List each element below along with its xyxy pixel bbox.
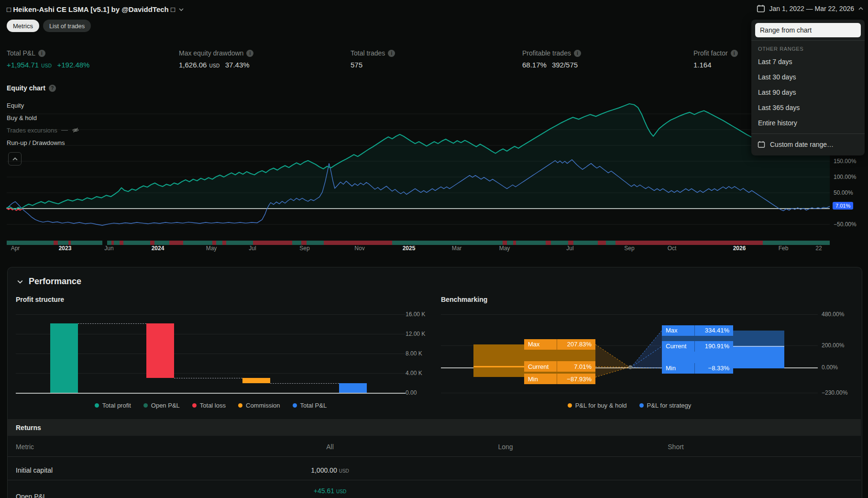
- loss-segment: [222, 241, 226, 245]
- win-segment: [107, 241, 111, 245]
- equity-x-axis: Apr2023Jun2024MayJulSepNov2025MarMayJulS…: [0, 245, 868, 254]
- legend-item-trades-excursions[interactable]: Trades excursions: [7, 124, 79, 136]
- eye-off-icon[interactable]: [72, 126, 79, 134]
- value-number: 1,000.00: [311, 466, 337, 474]
- loss-segment: [54, 241, 57, 245]
- x-tick-label: Feb: [779, 245, 789, 252]
- menu-item-range-from-chart[interactable]: Range from chart: [755, 23, 861, 37]
- win-segment: [392, 241, 502, 245]
- menu-item-last-7-days[interactable]: Last 7 days: [751, 54, 865, 69]
- stat-currency: USD: [41, 63, 52, 68]
- x-tick-label: Sep: [299, 245, 309, 252]
- bar-total-profit: [50, 323, 78, 393]
- info-icon[interactable]: i: [388, 50, 395, 57]
- stat-value: +1,954.71USD+192.48%: [7, 61, 89, 69]
- badge-value: 7.01%: [557, 361, 595, 372]
- legend-dot: [639, 403, 644, 408]
- collapse-chart-button[interactable]: [8, 152, 22, 166]
- x-tick-label: Jun: [104, 245, 113, 252]
- menu-items: Last 7 daysLast 30 daysLast 90 daysLast …: [751, 54, 865, 131]
- x-tick-label: Sep: [624, 245, 634, 252]
- gridline: [16, 393, 406, 394]
- date-range-menu: Range from chart OTHER RANGES Last 7 day…: [751, 20, 865, 155]
- menu-item-custom-date-range[interactable]: Custom date range…: [751, 135, 865, 154]
- column-header-all: All: [326, 443, 334, 451]
- stat-label: Profit factori: [693, 49, 738, 57]
- calendar-icon: [757, 4, 765, 13]
- info-icon[interactable]: i: [731, 50, 738, 57]
- help-icon[interactable]: ?: [49, 85, 56, 92]
- current-value-badge: 7.01%: [833, 202, 853, 210]
- legend-item-run-up-drawdowns[interactable]: Run-up / Drawdowns: [7, 136, 79, 149]
- date-range-button[interactable]: Jan 1, 2022 — Mar 22, 2026: [757, 4, 863, 13]
- legend-dot: [293, 403, 297, 408]
- badge-label: Max: [524, 339, 557, 350]
- profit-structure-chart: [16, 311, 406, 393]
- benchmarking-legend: P&L for buy & holdP&L for strategy: [441, 402, 818, 409]
- menu-group-label: OTHER RANGES: [751, 41, 865, 54]
- badge-value: 334.41%: [694, 325, 733, 336]
- badge-value: 207.83%: [557, 339, 595, 350]
- performance-header[interactable]: Performance: [17, 277, 81, 287]
- y-tick-label: 150.00%: [834, 158, 856, 165]
- benchmark-badge-strategy-current: Current190.91%: [662, 341, 733, 352]
- legend-item-p-l-for-strategy: P&L for strategy: [639, 402, 692, 409]
- y-tick-label: 12.00 K: [406, 331, 425, 337]
- menu-item-last-365-days[interactable]: Last 365 days: [751, 100, 865, 115]
- legend-label: Trades excursions: [7, 127, 57, 134]
- y-tick-label: 4.00 K: [406, 370, 422, 376]
- legend-item-open-p-l: Open P&L: [143, 402, 180, 409]
- stat-label-text: Profit factor: [693, 49, 728, 57]
- menu-item-last-30-days[interactable]: Last 30 days: [751, 69, 865, 85]
- legend-label: Commission: [246, 402, 280, 409]
- loss-segment: [150, 241, 154, 245]
- trade-result-strip: [7, 241, 830, 245]
- equity-chart-legend: EquityBuy & holdTrades excursionsRun-up …: [7, 99, 79, 149]
- legend-item-buy-hold[interactable]: Buy & hold: [7, 111, 79, 124]
- tab-list-of-trades[interactable]: List of trades: [43, 20, 91, 32]
- x-tick-label: Apr: [11, 245, 20, 252]
- badge-label: Min: [662, 363, 694, 374]
- y-tick-label: 0.00%: [822, 364, 838, 371]
- stat-total-p-l: Total P&Li+1,954.71USD+192.48%: [7, 49, 89, 69]
- y-tick-label: 200.00%: [822, 342, 844, 349]
- info-icon[interactable]: i: [246, 50, 253, 57]
- badge-value: −87.93%: [557, 374, 595, 384]
- stat-extra: +192.48%: [57, 61, 89, 69]
- win-segment: [507, 241, 513, 245]
- column-header-metric: Metric: [16, 443, 34, 451]
- stat-label: Max equity drawdowni: [179, 49, 253, 57]
- win-segment: [123, 241, 150, 245]
- info-icon[interactable]: i: [574, 50, 581, 57]
- stat-value-number: 1.164: [693, 61, 712, 69]
- menu-item-entire-history[interactable]: Entire history: [751, 115, 865, 131]
- info-icon[interactable]: i: [38, 50, 45, 57]
- value-currency: USD: [339, 468, 349, 474]
- tab-metrics[interactable]: Metrics: [7, 20, 39, 32]
- win-segment: [216, 241, 222, 245]
- menu-item-last-90-days[interactable]: Last 90 days: [751, 85, 865, 100]
- legend-item-total-loss: Total loss: [192, 402, 226, 409]
- menu-divider: [751, 133, 865, 134]
- y-tick-label: 480.00%: [822, 311, 844, 318]
- stat-value: 1.164: [693, 61, 738, 69]
- legend-item-equity[interactable]: Equity: [7, 99, 79, 111]
- stat-value: 1,626.06USD37.43%: [179, 61, 253, 69]
- row-value-all: 1,000.00USD: [311, 466, 349, 474]
- row-metric-open-p-l: Open P&L: [16, 493, 47, 498]
- loss-segment: [120, 241, 123, 245]
- stat-value: 575: [351, 61, 395, 69]
- stat-value-number: +1,954.71: [7, 61, 39, 69]
- legend-item-total-profit: Total profit: [95, 402, 131, 409]
- stat-label-text: Total P&L: [7, 49, 35, 57]
- badge-label: Current: [524, 361, 557, 372]
- summary-stats: Total P&Li+1,954.71USD+192.48%Max equity…: [7, 49, 863, 78]
- equity-chart-plot[interactable]: [0, 98, 830, 242]
- stat-extra: 392/575: [552, 61, 578, 69]
- x-tick-label: 22: [815, 245, 822, 252]
- value-number: +45.61: [314, 487, 334, 495]
- y-tick-label: −50.00%: [834, 221, 857, 228]
- x-tick-label: 2023: [59, 245, 72, 252]
- strategy-title-dropdown[interactable]: □ Heiken-Ashi CE LSMA [v5.1] by @DaviddT…: [7, 5, 184, 13]
- legend-label: P&L for buy & hold: [575, 402, 627, 409]
